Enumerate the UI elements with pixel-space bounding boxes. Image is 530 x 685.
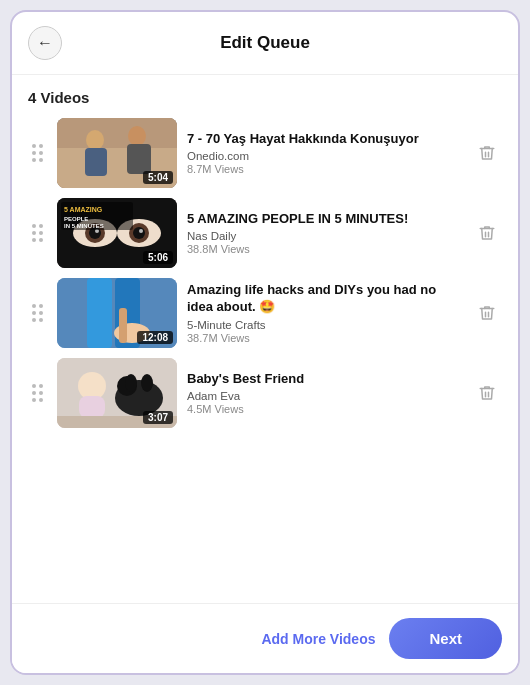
svg-rect-26 [79,396,105,418]
drag-handle[interactable] [28,380,47,406]
list-item: 3:07 Baby's Best Friend Adam Eva 4.5M Vi… [28,358,502,428]
video-info: 5 AMAZING PEOPLE IN 5 MINUTES! Nas Daily… [187,211,462,256]
svg-point-4 [128,126,146,146]
video-title: 5 AMAZING PEOPLE IN 5 MINUTES! [187,211,462,228]
svg-rect-20 [87,278,112,348]
video-list-container: 4 Videos [12,75,518,603]
next-button[interactable]: Next [389,618,502,659]
video-info: Baby's Best Friend Adam Eva 4.5M Views [187,371,462,416]
video-channel: Nas Daily [187,230,462,242]
video-duration: 5:04 [143,171,173,184]
video-thumbnail: 12:08 [57,278,177,348]
svg-rect-5 [127,144,151,174]
svg-point-29 [141,374,153,392]
edit-queue-card: ← Edit Queue 4 Videos [10,10,520,675]
back-button[interactable]: ← [28,26,62,60]
svg-rect-23 [119,308,127,343]
video-info: 7 - 70 Yaş Hayat Hakkında Konuşuyor Oned… [187,131,462,176]
add-more-videos-button[interactable]: Add More Videos [261,631,375,647]
video-thumbnail: 5:04 [57,118,177,188]
svg-text:PEOPLE: PEOPLE [64,216,88,222]
footer: Add More Videos Next [12,603,518,673]
svg-point-25 [78,372,106,400]
video-duration: 5:06 [143,251,173,264]
video-thumbnail: 3:07 [57,358,177,428]
back-icon: ← [37,35,53,51]
drag-handle[interactable] [28,220,47,246]
video-channel: 5-Minute Crafts [187,319,462,331]
video-title: 7 - 70 Yaş Hayat Hakkında Konuşuyor [187,131,462,148]
svg-point-2 [86,130,104,150]
header: ← Edit Queue [12,12,518,75]
video-duration: 12:08 [137,331,173,344]
delete-button[interactable] [472,298,502,328]
list-item: 5 AMAZING PEOPLE IN 5 MINUTES 5:06 5 AMA… [28,198,502,268]
delete-button[interactable] [472,218,502,248]
list-item: 5:04 7 - 70 Yaş Hayat Hakkında Konuşuyor… [28,118,502,188]
drag-handle[interactable] [28,140,47,166]
svg-rect-3 [85,148,107,176]
page-title: Edit Queue [220,33,310,53]
svg-point-30 [125,374,137,392]
video-views: 4.5M Views [187,403,462,415]
svg-text:IN 5 MINUTES: IN 5 MINUTES [64,223,104,229]
video-info: Amazing life hacks and DIYs you had no i… [187,282,462,344]
video-channel: Onedio.com [187,150,462,162]
svg-text:5 AMAZING: 5 AMAZING [64,206,103,213]
video-views: 8.7M Views [187,163,462,175]
video-views: 38.7M Views [187,332,462,344]
video-list: 5:04 7 - 70 Yaş Hayat Hakkında Konuşuyor… [28,118,502,428]
video-duration: 3:07 [143,411,173,424]
list-item: 12:08 Amazing life hacks and DIYs you ha… [28,278,502,348]
svg-point-14 [139,229,143,233]
video-channel: Adam Eva [187,390,462,402]
drag-handle[interactable] [28,300,47,326]
delete-button[interactable] [472,378,502,408]
video-title: Baby's Best Friend [187,371,462,388]
video-views: 38.8M Views [187,243,462,255]
video-count-label: 4 Videos [28,89,502,106]
video-thumbnail: 5 AMAZING PEOPLE IN 5 MINUTES 5:06 [57,198,177,268]
svg-point-12 [133,227,145,239]
video-title: Amazing life hacks and DIYs you had no i… [187,282,462,316]
delete-button[interactable] [472,138,502,168]
